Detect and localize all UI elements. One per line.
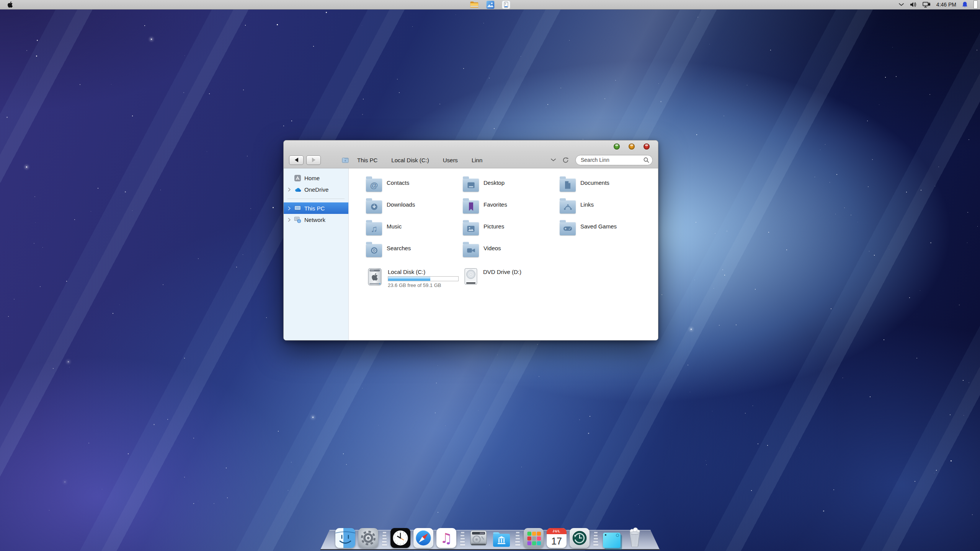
launchpad-grid-icon — [524, 528, 544, 548]
svg-text:♫: ♫ — [440, 530, 452, 546]
sidebar: Home OneDrive This PC Network — [284, 168, 349, 341]
dock-clock[interactable] — [390, 528, 410, 548]
search-box[interactable] — [575, 155, 653, 165]
notification-bell-icon[interactable] — [962, 2, 968, 8]
volume-speaker-icon[interactable] — [910, 2, 917, 8]
download-arrow-glyph — [366, 200, 382, 214]
address-folder-icon — [342, 157, 349, 163]
folder-icon — [463, 244, 479, 257]
drive-item-local-disk-c-[interactable]: Local Disk (C:) 23.6 GB free of 59.1 GB — [366, 268, 463, 288]
folder-label: Downloads — [387, 201, 415, 208]
address-dropdown-chevron-icon[interactable] — [551, 158, 556, 161]
apple-menu-icon[interactable] — [8, 2, 13, 8]
capacity-bar — [388, 276, 459, 281]
folder-label: Searches — [387, 245, 411, 251]
folder-item-searches[interactable]: Searches — [366, 241, 463, 263]
folder-label: Contacts — [387, 179, 409, 186]
finder-icon — [335, 528, 355, 548]
bezier-curve-glyph — [560, 200, 576, 214]
dock-music[interactable]: ♫ — [436, 528, 456, 548]
breadcrumb-item[interactable]: This PC — [357, 157, 377, 163]
breadcrumb-item[interactable]: Linn — [472, 157, 482, 163]
sidebar-item-network[interactable]: Network — [284, 214, 348, 225]
sidebar-divider — [287, 199, 345, 199]
folder-icon: ♫ — [366, 222, 382, 235]
folder-item-desktop[interactable]: Desktop — [463, 176, 560, 198]
folder-icon — [560, 200, 576, 214]
clock-time[interactable]: 4:46 PM — [936, 2, 956, 8]
trash-icon — [625, 527, 645, 548]
folder-item-videos[interactable]: Videos — [463, 241, 560, 263]
capacity-text: 23.6 GB free of 59.1 GB — [388, 282, 459, 288]
dock-trash-full[interactable] — [625, 528, 645, 548]
navigation-toolbar: This PCLocal Disk (C:)UsersLinn — [284, 152, 658, 168]
folder-label: Saved Games — [580, 223, 617, 230]
sidebar-item-label: This PC — [304, 205, 325, 212]
sidebar-item-this-pc[interactable]: This PC — [284, 202, 348, 214]
folder-label: Documents — [580, 179, 609, 186]
onedrive-cloud-icon — [294, 187, 301, 192]
zoom-button[interactable] — [614, 143, 620, 150]
folder-item-music[interactable]: ♫ Music — [366, 220, 463, 241]
close-button[interactable] — [644, 143, 650, 150]
network-tray-icon[interactable] — [923, 1, 931, 8]
forward-button[interactable] — [306, 155, 321, 165]
dock-finder[interactable] — [335, 528, 355, 548]
folder-icon — [366, 200, 382, 214]
dock-calendar[interactable]: JUL17 — [547, 528, 567, 548]
dock-safari[interactable] — [413, 528, 433, 548]
desktop-wallpaper: 4:46 PM This PCLocal Disk (C:)UsersLinn — [0, 0, 980, 551]
sidebar-item-onedrive[interactable]: OneDrive — [284, 184, 348, 195]
expander-chevron-icon[interactable] — [287, 187, 291, 192]
hidden-icons-chevron-icon[interactable] — [899, 3, 904, 6]
folder-item-favorites[interactable]: Favorites — [463, 198, 560, 220]
breadcrumb-item[interactable]: Users — [443, 157, 458, 163]
forward-arrow-icon — [312, 158, 315, 162]
dock-time-machine[interactable] — [570, 528, 590, 548]
file-explorer-icon[interactable] — [470, 1, 479, 8]
search-input[interactable] — [575, 155, 653, 165]
dock-internal-drive[interactable] — [469, 528, 488, 548]
folder-icon — [463, 178, 479, 192]
drive-item-dvd-drive-d-[interactable]: DVD Drive (D:) — [463, 268, 560, 288]
dock-stickies[interactable] — [602, 528, 622, 548]
folder-item-links[interactable]: Links — [560, 198, 657, 220]
expander-chevron-icon[interactable] — [287, 218, 291, 222]
folder-label: Desktop — [483, 179, 505, 186]
document-glyph — [560, 178, 576, 192]
folder-label: Music — [387, 223, 402, 230]
folder-label: Links — [580, 201, 594, 208]
folder-item-downloads[interactable]: Downloads — [366, 198, 463, 220]
dock-library-folder[interactable] — [492, 528, 511, 548]
clock-icon — [390, 528, 410, 548]
drive-label: DVD Drive (D:) — [483, 269, 521, 275]
device-manager-icon[interactable] — [502, 1, 510, 9]
dvd-drive-icon — [463, 268, 479, 286]
sidebar-item-label: Network — [304, 217, 325, 223]
network-globe-icon — [294, 217, 301, 223]
folder-item-documents[interactable]: Documents — [560, 176, 657, 198]
show-desktop-button[interactable] — [973, 0, 978, 9]
at-sign-glyph: @ — [366, 178, 382, 192]
dock-separator — [514, 527, 521, 548]
minimize-button[interactable] — [629, 143, 635, 150]
dock: ♫JUL17 — [333, 521, 647, 551]
drive-label: Local Disk (C:) — [388, 269, 459, 275]
folder-item-saved-games[interactable]: Saved Games — [560, 220, 657, 241]
sidebar-item-home[interactable]: Home — [284, 172, 348, 184]
photos-icon[interactable] — [487, 1, 495, 9]
breadcrumb: This PCLocal Disk (C:)UsersLinn — [357, 157, 482, 163]
dock-launchpad[interactable] — [524, 528, 544, 548]
expander-chevron-icon[interactable] — [287, 206, 291, 210]
photo-glyph — [463, 222, 479, 235]
dock-system-settings[interactable] — [358, 528, 378, 548]
folder-item-contacts[interactable]: @ Contacts — [366, 176, 463, 198]
gamepad-glyph — [560, 222, 576, 235]
refresh-icon[interactable] — [562, 157, 569, 163]
window-titlebar[interactable] — [284, 140, 658, 152]
folder-item-pictures[interactable]: Pictures — [463, 220, 560, 241]
calendar-icon: JUL17 — [547, 528, 567, 548]
breadcrumb-item[interactable]: Local Disk (C:) — [391, 157, 429, 163]
back-button[interactable] — [289, 155, 304, 165]
sidebar-item-label: OneDrive — [304, 186, 328, 193]
